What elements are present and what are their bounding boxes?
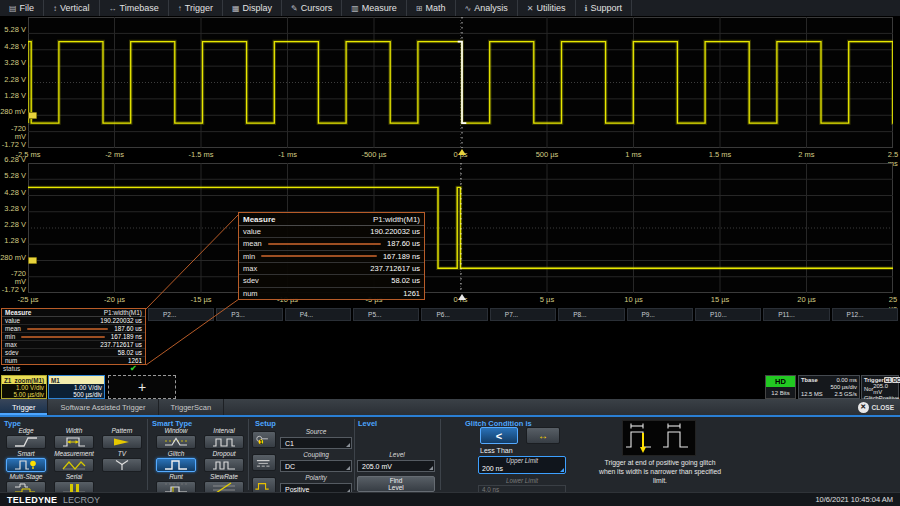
add-trace-button[interactable]: + <box>108 375 176 399</box>
smart-type-button-glitch[interactable] <box>156 458 196 472</box>
hd-mode-box[interactable]: HD 12 Bits <box>765 375 796 399</box>
menu-item-trigger[interactable]: ↑Trigger <box>169 0 223 16</box>
main-level-tag[interactable] <box>28 112 37 119</box>
measure-row-label: max <box>243 264 257 273</box>
time-tick-label: -500 µs <box>361 150 386 159</box>
volt-tick-label: 280 mV <box>0 254 26 262</box>
menu-item-analysis[interactable]: ∿Analysis <box>456 0 518 16</box>
volt-tick-label: 3.28 V <box>0 205 26 213</box>
tab-software-assisted-trigger[interactable]: Software Assisted Trigger <box>48 399 158 415</box>
param-slot-P12[interactable]: P12... <box>832 308 898 321</box>
smart-type-cell-dropout: Dropout <box>200 450 248 472</box>
trigger-type-grid: EdgeWidthPatternSmartMeasurementTVMulti-… <box>2 427 146 495</box>
source-field: SourceC1 <box>280 428 352 449</box>
coupling-select[interactable]: DC <box>280 460 352 472</box>
brand-teledyne: TELEDYNE <box>7 495 57 505</box>
glitch-hint-text: Trigger at end of positive going glitch … <box>598 459 722 485</box>
trigger-type-label: Width <box>66 427 83 435</box>
trigger-icon: ↑ <box>178 4 182 13</box>
trigger-type-button-pattern[interactable] <box>102 435 142 449</box>
zoom-waveform-grid[interactable] <box>28 163 893 293</box>
close-dialog-button[interactable]: ✕ CLOSE <box>858 400 894 414</box>
param-slot-P2[interactable]: P2... <box>148 308 214 321</box>
trigger-time-marker[interactable] <box>458 149 466 155</box>
m1-title: M1 <box>49 376 104 384</box>
z1-name: Z1 <box>4 377 11 384</box>
menu-item-support[interactable]: ℹSupport <box>576 0 633 16</box>
support-icon: ℹ <box>585 4 588 13</box>
trigger-type-button-measurement[interactable] <box>54 458 94 472</box>
analysis-icon: ∿ <box>465 4 472 13</box>
menu-bar: ▤File↕Vertical↔Timebase↑Trigger▦Display✎… <box>0 0 900 16</box>
measure-row-value: value190.220032 us <box>2 317 145 325</box>
param-slot-P10[interactable]: P10... <box>695 308 761 321</box>
condition-mode-label: Less Than <box>480 447 513 454</box>
trigger-type-cell-width: Width <box>50 427 98 449</box>
param-slot-P8[interactable]: P8... <box>558 308 624 321</box>
m1-tdiv: 500 µs/div <box>73 391 102 398</box>
menu-item-file[interactable]: ▤File <box>0 0 44 16</box>
trigger-type-button-tv[interactable] <box>102 458 142 472</box>
trigger-type-button-width[interactable] <box>54 435 94 449</box>
param-slot-P6[interactable]: P6... <box>421 308 487 321</box>
dropout-icon <box>210 459 238 471</box>
source-select[interactable]: C1 <box>280 437 352 449</box>
measure-row-max: max237.712617 us <box>239 263 424 275</box>
smart-type-button-window[interactable] <box>156 435 196 449</box>
menu-item-measure[interactable]: ▥Measure <box>342 0 407 16</box>
trigger-type-button-edge[interactable] <box>6 435 46 449</box>
volt-tick-label: 6.28 V <box>0 156 26 164</box>
trigger-type-button-smart[interactable] <box>6 458 46 472</box>
less-than-button[interactable]: < <box>480 427 518 444</box>
menu-item-cursors[interactable]: ✎Cursors <box>282 0 342 16</box>
divider <box>248 419 249 490</box>
param-slot-P7[interactable]: P7... <box>490 308 556 321</box>
param-slot-P3[interactable]: P3... <box>216 308 282 321</box>
main-waveform-grid[interactable] <box>28 17 893 148</box>
menu-item-math[interactable]: ⊞Math <box>407 0 456 16</box>
timebase-summary-box[interactable]: Tbase 0.00 ms 500 µs/div 12.5 MS 2.5 GS/… <box>798 375 860 399</box>
measure-row-value: 187.60 us <box>387 239 420 248</box>
coupling-icon-icon <box>253 457 275 469</box>
z1-descriptor-box[interactable]: Z1 zoom(M1) 1.00 V/div 5.00 µs/div <box>1 375 47 399</box>
param-slot-P11[interactable]: P11... <box>763 308 829 321</box>
source-icon-button[interactable]: 1 <box>252 431 276 448</box>
trigger-type-label: Serial <box>66 473 83 481</box>
find-level-button[interactable]: Find Level <box>357 476 435 492</box>
tab-trigger[interactable]: Trigger <box>0 399 48 415</box>
menu-item-display[interactable]: ▦Display <box>223 0 282 16</box>
volt-tick-label: 5.28 V <box>0 172 26 180</box>
time-tick-label: -1 ms <box>278 150 297 159</box>
smart-type-button-dropout[interactable] <box>204 458 244 472</box>
param-slot-P9[interactable]: P9... <box>627 308 693 321</box>
tab-triggerscan[interactable]: TriggerScan <box>159 399 225 415</box>
level-input[interactable]: 205.0 mV <box>357 460 435 472</box>
zoom-trigger-marker[interactable] <box>458 294 466 300</box>
zoom-level-tag[interactable] <box>28 257 37 264</box>
measure-row-label: min <box>243 252 255 261</box>
measure-row-num: num1261 <box>2 357 145 364</box>
volt-tick-label: -720 mV <box>0 270 26 286</box>
param-slot-P5[interactable]: P5... <box>353 308 419 321</box>
menu-item-utilities[interactable]: ✕Utilities <box>518 0 576 16</box>
menu-item-label: Vertical <box>60 3 90 13</box>
measure-table-p1[interactable]: Measure P1:width(M1) value190.220032 usm… <box>1 308 146 365</box>
trigger-summary-box[interactable]: Trigger C1 DC Nor 205.0 mV Glitch Positi… <box>861 375 899 399</box>
close-icon: ✕ <box>858 402 869 413</box>
measure-popup[interactable]: Measure P1:width(M1) value190.220032 usm… <box>238 212 425 300</box>
smart-type-button-interval[interactable] <box>204 435 244 449</box>
coupling-icon-button[interactable] <box>252 454 276 471</box>
menu-item-label: Utilities <box>536 3 565 13</box>
level-field-label: Level <box>357 451 437 460</box>
upper-limit-input[interactable]: Upper Limit 200 ns <box>478 456 566 474</box>
timebase-icon: ↔ <box>109 4 117 13</box>
menu-item-timebase[interactable]: ↔Timebase <box>100 0 169 16</box>
edge-icon <box>12 436 40 448</box>
width-range-button[interactable]: ↔ <box>526 427 560 444</box>
menu-item-vertical[interactable]: ↕Vertical <box>44 0 100 16</box>
measure-row-value: 1261 <box>128 357 142 364</box>
width-icon <box>60 436 88 448</box>
m1-descriptor-box[interactable]: M1 1.00 V/div 500 µs/div <box>48 375 105 399</box>
param-slot-P4[interactable]: P4... <box>285 308 351 321</box>
menu-item-label: Cursors <box>301 3 333 13</box>
